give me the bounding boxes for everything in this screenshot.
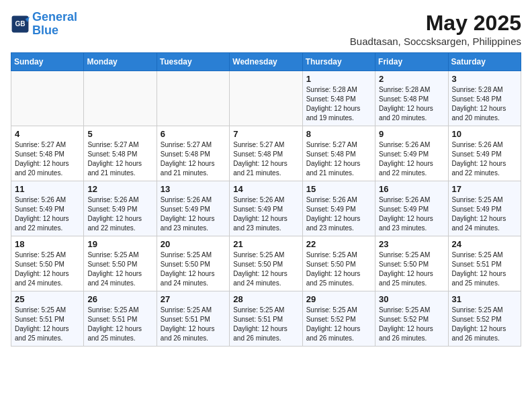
day-number: 7 [233, 129, 298, 139]
calendar-cell: 28Sunrise: 5:25 AM Sunset: 5:51 PM Dayli… [230, 291, 302, 347]
day-number: 21 [233, 239, 298, 249]
day-number: 9 [379, 129, 444, 139]
calendar-cell: 3Sunrise: 5:28 AM Sunset: 5:48 PM Daylig… [448, 71, 521, 126]
day-info: Sunrise: 5:25 AM Sunset: 5:49 PM Dayligh… [452, 195, 517, 233]
logo-general: General [32, 10, 77, 24]
day-number: 1 [306, 74, 371, 84]
day-header-tuesday: Tuesday [157, 53, 229, 71]
day-info: Sunrise: 5:25 AM Sunset: 5:51 PM Dayligh… [87, 306, 152, 343]
calendar-cell: 17Sunrise: 5:25 AM Sunset: 5:49 PM Dayli… [448, 181, 521, 236]
day-info: Sunrise: 5:26 AM Sunset: 5:49 PM Dayligh… [379, 195, 444, 233]
day-number: 29 [306, 294, 371, 304]
calendar-cell: 30Sunrise: 5:25 AM Sunset: 5:52 PM Dayli… [375, 291, 448, 347]
day-header-friday: Friday [375, 53, 448, 71]
day-number: 23 [379, 239, 444, 249]
day-number: 18 [15, 239, 80, 249]
day-info: Sunrise: 5:25 AM Sunset: 5:50 PM Dayligh… [233, 250, 298, 288]
day-info: Sunrise: 5:25 AM Sunset: 5:52 PM Dayligh… [452, 306, 517, 343]
day-info: Sunrise: 5:26 AM Sunset: 5:49 PM Dayligh… [233, 195, 298, 233]
day-header-sunday: Sunday [11, 53, 84, 71]
day-number: 12 [87, 184, 152, 194]
day-number: 31 [452, 294, 517, 304]
day-info: Sunrise: 5:27 AM Sunset: 5:48 PM Dayligh… [87, 140, 152, 178]
title-block: May 2025 Buadtasan, Soccsksargen, Philip… [350, 11, 521, 47]
calendar-week-row: 1Sunrise: 5:28 AM Sunset: 5:48 PM Daylig… [11, 71, 521, 126]
calendar-cell: 14Sunrise: 5:26 AM Sunset: 5:49 PM Dayli… [230, 181, 302, 236]
day-info: Sunrise: 5:27 AM Sunset: 5:48 PM Dayligh… [233, 140, 298, 178]
day-number: 5 [87, 129, 152, 139]
svg-text:GB: GB [15, 20, 25, 28]
day-number: 20 [161, 239, 226, 249]
day-info: Sunrise: 5:26 AM Sunset: 5:49 PM Dayligh… [87, 195, 152, 233]
day-number: 13 [161, 184, 226, 194]
calendar-week-row: 4Sunrise: 5:27 AM Sunset: 5:48 PM Daylig… [11, 126, 521, 181]
day-info: Sunrise: 5:25 AM Sunset: 5:51 PM Dayligh… [452, 250, 517, 288]
calendar-cell [230, 71, 302, 126]
day-number: 25 [15, 294, 80, 304]
calendar-cell: 26Sunrise: 5:25 AM Sunset: 5:51 PM Dayli… [84, 291, 157, 347]
day-info: Sunrise: 5:28 AM Sunset: 5:48 PM Dayligh… [452, 85, 517, 123]
calendar-cell: 18Sunrise: 5:25 AM Sunset: 5:50 PM Dayli… [11, 236, 84, 291]
logo-blue: Blue [32, 24, 58, 37]
day-info: Sunrise: 5:28 AM Sunset: 5:48 PM Dayligh… [379, 85, 444, 123]
calendar-cell: 15Sunrise: 5:26 AM Sunset: 5:49 PM Dayli… [302, 181, 375, 236]
day-info: Sunrise: 5:28 AM Sunset: 5:48 PM Dayligh… [306, 85, 371, 123]
day-number: 24 [452, 239, 517, 249]
day-info: Sunrise: 5:27 AM Sunset: 5:48 PM Dayligh… [306, 140, 371, 178]
calendar-week-row: 25Sunrise: 5:25 AM Sunset: 5:51 PM Dayli… [11, 291, 521, 347]
location-subtitle: Buadtasan, Soccsksargen, Philippines [350, 36, 521, 47]
logo-icon: GB [11, 15, 30, 34]
day-info: Sunrise: 5:25 AM Sunset: 5:51 PM Dayligh… [233, 306, 298, 343]
day-info: Sunrise: 5:27 AM Sunset: 5:48 PM Dayligh… [15, 140, 80, 178]
day-info: Sunrise: 5:26 AM Sunset: 5:49 PM Dayligh… [15, 195, 80, 233]
day-number: 19 [87, 239, 152, 249]
calendar-table: SundayMondayTuesdayWednesdayThursdayFrid… [11, 52, 521, 347]
day-info: Sunrise: 5:26 AM Sunset: 5:49 PM Dayligh… [452, 140, 517, 178]
logo: GB General Blue [11, 11, 77, 38]
day-info: Sunrise: 5:26 AM Sunset: 5:49 PM Dayligh… [161, 195, 226, 233]
calendar-cell: 12Sunrise: 5:26 AM Sunset: 5:49 PM Dayli… [84, 181, 157, 236]
day-number: 8 [306, 129, 371, 139]
calendar-cell: 19Sunrise: 5:25 AM Sunset: 5:50 PM Dayli… [84, 236, 157, 291]
day-number: 17 [452, 184, 517, 194]
calendar-cell: 29Sunrise: 5:25 AM Sunset: 5:52 PM Dayli… [302, 291, 375, 347]
calendar-cell: 25Sunrise: 5:25 AM Sunset: 5:51 PM Dayli… [11, 291, 84, 347]
calendar-cell: 24Sunrise: 5:25 AM Sunset: 5:51 PM Dayli… [448, 236, 521, 291]
day-info: Sunrise: 5:25 AM Sunset: 5:51 PM Dayligh… [15, 306, 80, 343]
day-number: 4 [15, 129, 80, 139]
calendar-cell [84, 71, 157, 126]
calendar-cell: 21Sunrise: 5:25 AM Sunset: 5:50 PM Dayli… [230, 236, 302, 291]
day-number: 15 [306, 184, 371, 194]
day-info: Sunrise: 5:25 AM Sunset: 5:51 PM Dayligh… [161, 306, 226, 343]
calendar-week-row: 18Sunrise: 5:25 AM Sunset: 5:50 PM Dayli… [11, 236, 521, 291]
calendar-cell: 7Sunrise: 5:27 AM Sunset: 5:48 PM Daylig… [230, 126, 302, 181]
calendar-cell: 10Sunrise: 5:26 AM Sunset: 5:49 PM Dayli… [448, 126, 521, 181]
day-number: 22 [306, 239, 371, 249]
day-number: 2 [379, 74, 444, 84]
day-info: Sunrise: 5:25 AM Sunset: 5:50 PM Dayligh… [15, 250, 80, 288]
day-header-wednesday: Wednesday [230, 53, 302, 71]
calendar-week-row: 11Sunrise: 5:26 AM Sunset: 5:49 PM Dayli… [11, 181, 521, 236]
calendar-cell: 1Sunrise: 5:28 AM Sunset: 5:48 PM Daylig… [302, 71, 375, 126]
calendar-cell: 23Sunrise: 5:25 AM Sunset: 5:50 PM Dayli… [375, 236, 448, 291]
calendar-cell: 22Sunrise: 5:25 AM Sunset: 5:50 PM Dayli… [302, 236, 375, 291]
day-number: 10 [452, 129, 517, 139]
day-header-saturday: Saturday [448, 53, 521, 71]
calendar-cell: 27Sunrise: 5:25 AM Sunset: 5:51 PM Dayli… [157, 291, 229, 347]
calendar-cell: 6Sunrise: 5:27 AM Sunset: 5:48 PM Daylig… [157, 126, 229, 181]
day-header-monday: Monday [84, 53, 157, 71]
day-number: 14 [233, 184, 298, 194]
day-number: 11 [15, 184, 80, 194]
day-info: Sunrise: 5:25 AM Sunset: 5:50 PM Dayligh… [379, 250, 444, 288]
day-info: Sunrise: 5:27 AM Sunset: 5:48 PM Dayligh… [161, 140, 226, 178]
day-info: Sunrise: 5:26 AM Sunset: 5:49 PM Dayligh… [306, 195, 371, 233]
page-header: GB General Blue May 2025 Buadtasan, Socc… [11, 11, 521, 47]
calendar-cell: 31Sunrise: 5:25 AM Sunset: 5:52 PM Dayli… [448, 291, 521, 347]
month-year-title: May 2025 [350, 11, 521, 36]
calendar-cell: 9Sunrise: 5:26 AM Sunset: 5:49 PM Daylig… [375, 126, 448, 181]
calendar-cell: 11Sunrise: 5:26 AM Sunset: 5:49 PM Dayli… [11, 181, 84, 236]
day-number: 16 [379, 184, 444, 194]
day-number: 3 [452, 74, 517, 84]
day-number: 6 [161, 129, 226, 139]
calendar-cell: 16Sunrise: 5:26 AM Sunset: 5:49 PM Dayli… [375, 181, 448, 236]
